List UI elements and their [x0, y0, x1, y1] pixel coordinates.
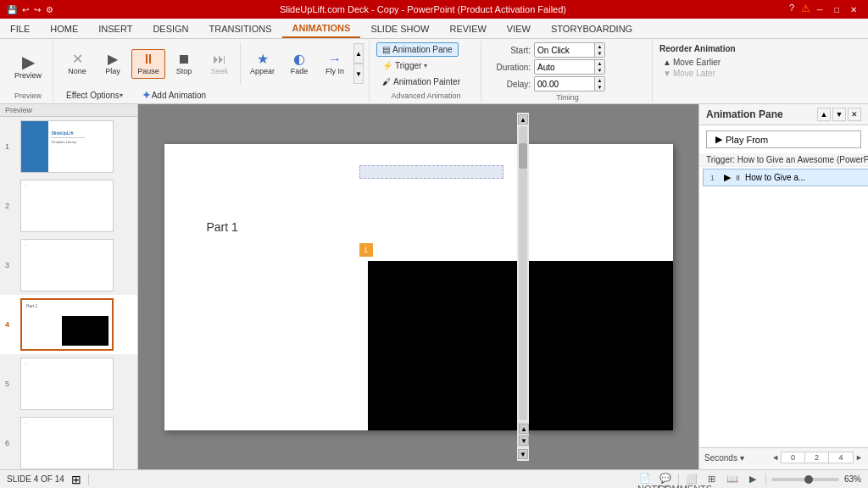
- preview-button[interactable]: ▶ Preview: [8, 50, 47, 83]
- duration-label: Duration:: [488, 63, 531, 72]
- quick-access-redo[interactable]: ↪: [34, 5, 41, 14]
- comments-button[interactable]: 💬 COMMENTS: [658, 473, 673, 486]
- close-button[interactable]: ✕: [846, 3, 861, 16]
- duration-spin-down[interactable]: ▼: [594, 67, 604, 74]
- anim-scroll-down[interactable]: ▼: [353, 64, 364, 84]
- anim-pane-scroll-up-btn[interactable]: ▲: [817, 108, 831, 121]
- anim-appear-button[interactable]: ★ Appear: [244, 49, 281, 79]
- app-title: SlideUpLift.com Deck - Copy - PowerPoint…: [57, 4, 789, 14]
- trigger-icon: ⚡: [382, 61, 392, 70]
- trigger-button[interactable]: ⚡ Trigger ▾: [376, 58, 433, 73]
- notes-button[interactable]: 📄 NOTES: [637, 473, 653, 486]
- fit-slide-icon[interactable]: ⊞: [71, 473, 81, 486]
- animation-btns: ✕ None ▶ Play ⏸ Pause ⏹ Stop ⏭ Seek: [60, 42, 364, 85]
- animation-painter-button[interactable]: 🖌 Animation Painter: [376, 75, 466, 89]
- quick-access-save[interactable]: 💾: [7, 5, 17, 14]
- start-spin-down[interactable]: ▼: [594, 50, 604, 57]
- slide-thumb-2[interactable]: 2 —: [0, 176, 137, 236]
- tab-slideshow[interactable]: SLIDE SHOW: [360, 19, 439, 38]
- quick-access-undo[interactable]: ↩: [22, 5, 29, 14]
- effect-options-button[interactable]: Effect Options ▾: [60, 87, 129, 103]
- slide-hover-overlay: [359, 165, 504, 179]
- add-animation-button[interactable]: ✦ Add Animation: [136, 85, 213, 105]
- play-from-button[interactable]: ▶ Play From: [706, 130, 861, 148]
- anim-none-button[interactable]: ✕ None: [60, 49, 94, 79]
- slide-img-5: —: [20, 358, 114, 410]
- slide-sorter-button[interactable]: ⊞: [704, 473, 720, 486]
- tab-design[interactable]: DESIGN: [142, 19, 198, 38]
- stop-icon: ⏹: [177, 53, 191, 66]
- timeline-nav-left[interactable]: ◄: [771, 453, 779, 462]
- timeline-nav-right[interactable]: ►: [855, 453, 863, 462]
- quick-access-other[interactable]: ⚙: [46, 5, 53, 14]
- delay-spin-down[interactable]: ▼: [594, 84, 604, 91]
- tab-insert[interactable]: INSERT: [88, 19, 142, 38]
- reorder-group: Reorder Animation ▲ Move Earlier ▼ Move …: [654, 41, 748, 102]
- zoom-slider[interactable]: [771, 478, 839, 481]
- move-later-button[interactable]: ▼ Move Later: [659, 68, 743, 79]
- anim-item-label-1: How to Give a...: [745, 173, 868, 182]
- minimize-button[interactable]: ─: [812, 3, 827, 16]
- start-spin-up[interactable]: ▲: [594, 43, 604, 50]
- slideshow-button[interactable]: ▶: [745, 473, 760, 486]
- slide-num-6: 6: [5, 439, 15, 447]
- slide-img-3: —: [20, 239, 114, 291]
- scroll-track[interactable]: [519, 126, 527, 420]
- anim-pane-scroll-down-btn[interactable]: ▼: [832, 108, 846, 121]
- slide-thumb-3[interactable]: 3 —: [0, 236, 137, 295]
- anim-pane-header: Animation Pane ▲ ▼ ✕: [699, 104, 868, 125]
- ribbon: FILE HOME INSERT DESIGN TRANSITIONS ANIM…: [0, 19, 868, 104]
- anim-scroll-up[interactable]: ▲: [353, 43, 364, 64]
- animation-pane-button[interactable]: ▤ Animation Pane: [376, 42, 459, 57]
- delay-spin-up[interactable]: ▲: [594, 77, 604, 84]
- slide-thumb-1[interactable]: 1 SlideUpLift Template Library: [0, 117, 137, 176]
- scroll-up-arrow[interactable]: ▲: [518, 114, 528, 125]
- anim-pause-button[interactable]: ⏸ Pause: [131, 49, 165, 79]
- move-earlier-button[interactable]: ▲ Move Earlier: [659, 57, 743, 68]
- duration-spin-btns: ▲ ▼: [594, 60, 604, 74]
- anim-play-button[interactable]: ▶ Play: [96, 49, 130, 79]
- anim-seek-button[interactable]: ⏭ Seek: [203, 49, 236, 79]
- duration-value-field[interactable]: [535, 62, 594, 73]
- normal-view-button[interactable]: ⬜: [684, 473, 699, 486]
- duration-spin-up[interactable]: ▲: [594, 60, 604, 67]
- tab-animations[interactable]: ANIMATIONS: [282, 19, 361, 38]
- anim-fade-button[interactable]: ◐ Fade: [282, 49, 316, 79]
- delay-input[interactable]: ▲ ▼: [534, 76, 605, 92]
- scroll-next-slide[interactable]: ▼: [519, 435, 529, 446]
- anim-stop-button[interactable]: ⏹ Stop: [167, 49, 201, 79]
- slide-img-6: —: [20, 417, 114, 469]
- slide-scrollbar: ▲ ▲ ▼ ▼: [517, 113, 529, 461]
- slide-thumb-6[interactable]: 6 —: [0, 413, 137, 469]
- start-label: Start:: [488, 46, 531, 55]
- timeline-mark-0: 0: [782, 452, 805, 463]
- tab-transitions[interactable]: TRANSITIONS: [199, 19, 282, 38]
- scroll-prev-slide[interactable]: ▲: [519, 424, 529, 434]
- duration-input[interactable]: ▲ ▼: [534, 59, 605, 75]
- reading-view-button[interactable]: 📖: [725, 473, 740, 486]
- anim-flyin-button[interactable]: → Fly In: [318, 49, 352, 79]
- tab-storyboarding[interactable]: STORYBOARDING: [541, 19, 643, 38]
- add-anim-label: Add Animation: [152, 91, 207, 100]
- maximize-button[interactable]: □: [829, 3, 844, 16]
- play-from-label: Play From: [726, 135, 768, 145]
- start-input[interactable]: ▲ ▼: [534, 42, 605, 58]
- effect-options-label: Effect Options: [66, 91, 120, 100]
- delay-value-field[interactable]: [535, 79, 594, 90]
- start-value-field[interactable]: [535, 45, 594, 56]
- anim-item-1[interactable]: 1 ▶ ⏸ How to Give a... ▾: [703, 169, 868, 186]
- tab-file[interactable]: FILE: [0, 19, 40, 38]
- preview-group: ▶ Preview Preview: [3, 41, 53, 102]
- anim-pane-close-btn[interactable]: ✕: [848, 108, 861, 121]
- tab-view[interactable]: VIEW: [497, 19, 541, 38]
- slide-thumb-4[interactable]: 4 Part 1: [0, 295, 137, 354]
- help-icon[interactable]: ?: [789, 3, 794, 16]
- slide-thumb-5[interactable]: 5 —: [0, 354, 137, 413]
- slide-panel: Preview 1 SlideUpLift Template Library: [0, 104, 138, 469]
- anim-pane-title: Animation Pane: [706, 108, 783, 120]
- tab-review[interactable]: REVIEW: [439, 19, 496, 38]
- tab-home[interactable]: HOME: [40, 19, 88, 38]
- seconds-label[interactable]: Seconds ▾: [704, 453, 744, 463]
- scroll-down-arrow[interactable]: ▼: [518, 449, 528, 459]
- slide-4-content: Part 1: [22, 300, 112, 349]
